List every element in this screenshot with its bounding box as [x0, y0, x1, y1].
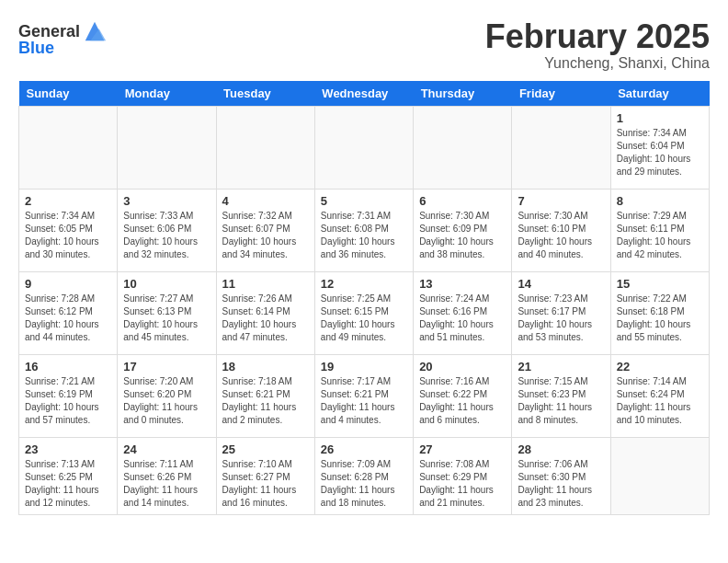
day-info: Sunrise: 7:31 AM Sunset: 6:08 PM Dayligh… — [321, 210, 407, 261]
day-info: Sunrise: 7:06 AM Sunset: 6:30 PM Dayligh… — [518, 458, 604, 510]
calendar-day-cell: 14Sunrise: 7:23 AM Sunset: 6:17 PM Dayli… — [512, 271, 610, 354]
day-number: 22 — [617, 360, 703, 373]
calendar-day-cell — [118, 106, 216, 189]
day-number: 15 — [617, 277, 703, 291]
calendar-day-cell: 10Sunrise: 7:27 AM Sunset: 6:13 PM Dayli… — [118, 271, 216, 354]
day-number: 10 — [123, 277, 210, 291]
weekday-header-cell: Friday — [512, 81, 610, 107]
header: General Blue February 2025 Yuncheng, Sha… — [18, 18, 710, 72]
calendar-day-cell: 16Sunrise: 7:21 AM Sunset: 6:19 PM Dayli… — [19, 354, 118, 437]
day-info: Sunrise: 7:08 AM Sunset: 6:29 PM Dayligh… — [419, 458, 506, 510]
day-number: 4 — [222, 194, 309, 208]
day-number: 9 — [25, 277, 111, 291]
calendar-day-cell — [19, 106, 118, 189]
day-info: Sunrise: 7:22 AM Sunset: 6:18 PM Dayligh… — [617, 293, 703, 344]
calendar-day-cell — [414, 106, 512, 189]
calendar-day-cell: 7Sunrise: 7:30 AM Sunset: 6:10 PM Daylig… — [512, 189, 610, 271]
day-info: Sunrise: 7:11 AM Sunset: 6:26 PM Dayligh… — [123, 458, 210, 510]
day-info: Sunrise: 7:27 AM Sunset: 6:13 PM Dayligh… — [123, 293, 210, 344]
calendar-day-cell: 15Sunrise: 7:22 AM Sunset: 6:18 PM Dayli… — [610, 271, 709, 354]
calendar-day-cell: 5Sunrise: 7:31 AM Sunset: 6:08 PM Daylig… — [314, 189, 413, 271]
day-info: Sunrise: 7:17 AM Sunset: 6:21 PM Dayligh… — [321, 375, 407, 427]
weekday-header-cell: Saturday — [610, 81, 709, 107]
calendar-day-cell: 25Sunrise: 7:10 AM Sunset: 6:27 PM Dayli… — [216, 437, 314, 514]
day-info: Sunrise: 7:32 AM Sunset: 6:07 PM Dayligh… — [222, 210, 309, 261]
day-number: 20 — [419, 360, 506, 373]
calendar-week-row: 2Sunrise: 7:34 AM Sunset: 6:05 PM Daylig… — [19, 189, 710, 271]
title-area: February 2025 Yuncheng, Shanxi, China — [485, 18, 710, 72]
day-number: 12 — [321, 277, 407, 291]
day-info: Sunrise: 7:10 AM Sunset: 6:27 PM Dayligh… — [222, 458, 309, 510]
calendar-day-cell: 9Sunrise: 7:28 AM Sunset: 6:12 PM Daylig… — [19, 271, 118, 354]
day-info: Sunrise: 7:16 AM Sunset: 6:22 PM Dayligh… — [419, 375, 506, 427]
day-info: Sunrise: 7:29 AM Sunset: 6:11 PM Dayligh… — [617, 210, 703, 261]
weekday-header-cell: Wednesday — [314, 81, 413, 107]
day-number: 8 — [617, 194, 703, 208]
day-number: 17 — [123, 360, 210, 373]
day-info: Sunrise: 7:30 AM Sunset: 6:09 PM Dayligh… — [419, 210, 506, 261]
day-info: Sunrise: 7:26 AM Sunset: 6:14 PM Dayligh… — [222, 293, 309, 344]
calendar-day-cell: 20Sunrise: 7:16 AM Sunset: 6:22 PM Dayli… — [414, 354, 512, 437]
calendar-day-cell: 24Sunrise: 7:11 AM Sunset: 6:26 PM Dayli… — [118, 437, 216, 514]
day-number: 26 — [321, 442, 407, 456]
day-number: 23 — [25, 442, 111, 456]
calendar-day-cell: 22Sunrise: 7:14 AM Sunset: 6:24 PM Dayli… — [610, 354, 709, 437]
calendar-day-cell: 4Sunrise: 7:32 AM Sunset: 6:07 PM Daylig… — [216, 189, 314, 271]
calendar-day-cell: 28Sunrise: 7:06 AM Sunset: 6:30 PM Dayli… — [512, 437, 610, 514]
weekday-header-cell: Thursday — [414, 81, 512, 107]
day-info: Sunrise: 7:33 AM Sunset: 6:06 PM Dayligh… — [123, 210, 210, 261]
day-info: Sunrise: 7:28 AM Sunset: 6:12 PM Dayligh… — [25, 293, 111, 344]
day-number: 18 — [222, 360, 309, 373]
day-info: Sunrise: 7:14 AM Sunset: 6:24 PM Dayligh… — [617, 375, 703, 427]
calendar-day-cell: 18Sunrise: 7:18 AM Sunset: 6:21 PM Dayli… — [216, 354, 314, 437]
calendar-day-cell: 8Sunrise: 7:29 AM Sunset: 6:11 PM Daylig… — [610, 189, 709, 271]
day-info: Sunrise: 7:15 AM Sunset: 6:23 PM Dayligh… — [518, 375, 604, 427]
logo: General Blue — [18, 18, 108, 58]
day-number: 19 — [321, 360, 407, 373]
day-number: 1 — [617, 111, 703, 125]
day-info: Sunrise: 7:09 AM Sunset: 6:28 PM Dayligh… — [321, 458, 407, 510]
calendar-day-cell — [512, 106, 610, 189]
day-number: 5 — [321, 194, 407, 208]
calendar-day-cell: 27Sunrise: 7:08 AM Sunset: 6:29 PM Dayli… — [414, 437, 512, 514]
calendar-day-cell: 1Sunrise: 7:34 AM Sunset: 6:04 PM Daylig… — [610, 106, 709, 189]
day-number: 6 — [419, 194, 506, 208]
day-number: 3 — [123, 194, 210, 208]
weekday-header-cell: Sunday — [19, 81, 118, 107]
calendar-day-cell: 26Sunrise: 7:09 AM Sunset: 6:28 PM Dayli… — [314, 437, 413, 514]
weekday-header-cell: Tuesday — [216, 81, 314, 107]
day-info: Sunrise: 7:13 AM Sunset: 6:25 PM Dayligh… — [25, 458, 111, 510]
day-number: 2 — [25, 194, 111, 208]
calendar-day-cell: 6Sunrise: 7:30 AM Sunset: 6:09 PM Daylig… — [414, 189, 512, 271]
calendar-day-cell: 23Sunrise: 7:13 AM Sunset: 6:25 PM Dayli… — [19, 437, 118, 514]
day-number: 28 — [518, 442, 604, 456]
calendar-day-cell: 17Sunrise: 7:20 AM Sunset: 6:20 PM Dayli… — [118, 354, 216, 437]
calendar-week-row: 1Sunrise: 7:34 AM Sunset: 6:04 PM Daylig… — [19, 106, 710, 189]
logo-icon — [82, 18, 108, 44]
day-number: 7 — [518, 194, 604, 208]
day-info: Sunrise: 7:34 AM Sunset: 6:04 PM Dayligh… — [617, 127, 703, 178]
day-info: Sunrise: 7:30 AM Sunset: 6:10 PM Dayligh… — [518, 210, 604, 261]
calendar-day-cell: 13Sunrise: 7:24 AM Sunset: 6:16 PM Dayli… — [414, 271, 512, 354]
weekday-header-row: SundayMondayTuesdayWednesdayThursdayFrid… — [19, 81, 710, 107]
day-number: 25 — [222, 442, 309, 456]
weekday-header-cell: Monday — [118, 81, 216, 107]
day-info: Sunrise: 7:23 AM Sunset: 6:17 PM Dayligh… — [518, 293, 604, 344]
calendar-week-row: 9Sunrise: 7:28 AM Sunset: 6:12 PM Daylig… — [19, 271, 710, 354]
calendar-table: SundayMondayTuesdayWednesdayThursdayFrid… — [18, 81, 710, 515]
day-number: 24 — [123, 442, 210, 456]
calendar-day-cell: 19Sunrise: 7:17 AM Sunset: 6:21 PM Dayli… — [314, 354, 413, 437]
calendar-week-row: 23Sunrise: 7:13 AM Sunset: 6:25 PM Dayli… — [19, 437, 710, 514]
calendar-title: February 2025 — [485, 18, 710, 55]
day-number: 11 — [222, 277, 309, 291]
day-number: 27 — [419, 442, 506, 456]
calendar-day-cell — [216, 106, 314, 189]
day-info: Sunrise: 7:25 AM Sunset: 6:15 PM Dayligh… — [321, 293, 407, 344]
day-info: Sunrise: 7:24 AM Sunset: 6:16 PM Dayligh… — [419, 293, 506, 344]
day-info: Sunrise: 7:20 AM Sunset: 6:20 PM Dayligh… — [123, 375, 210, 427]
calendar-day-cell: 21Sunrise: 7:15 AM Sunset: 6:23 PM Dayli… — [512, 354, 610, 437]
day-info: Sunrise: 7:18 AM Sunset: 6:21 PM Dayligh… — [222, 375, 309, 427]
calendar-subtitle: Yuncheng, Shanxi, China — [485, 55, 710, 72]
calendar-day-cell — [610, 437, 709, 514]
calendar-week-row: 16Sunrise: 7:21 AM Sunset: 6:19 PM Dayli… — [19, 354, 710, 437]
